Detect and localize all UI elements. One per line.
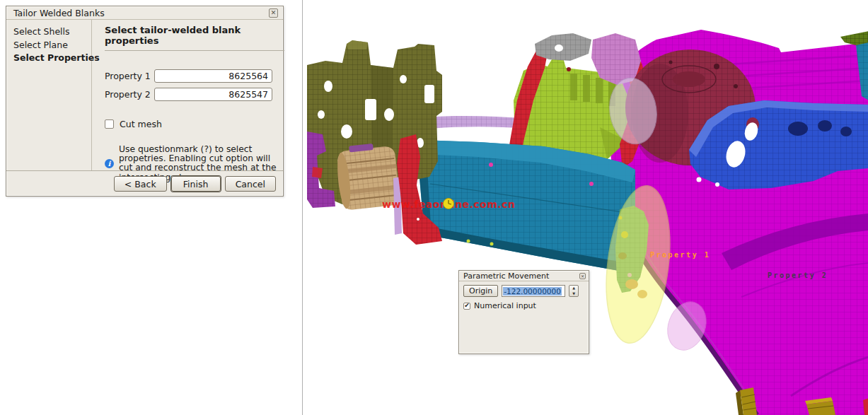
step-select-shells: Select Shells: [13, 25, 91, 39]
property1-field-label: Property 1: [105, 71, 154, 81]
wizard-steps: Select Shells Select Plane Select Proper…: [6, 20, 92, 170]
property1-label: Property 1: [650, 251, 710, 259]
gray-bracket-part: [535, 33, 591, 61]
step-select-plane: Select Plane: [13, 39, 91, 52]
back-button[interactable]: < Back: [114, 176, 167, 192]
check-icon: ✔: [464, 303, 470, 309]
selected-text: -122.00000000: [503, 287, 562, 296]
info-icon: i: [105, 159, 114, 168]
green-corner-mesh: [840, 31, 868, 45]
watermark: www.feaonline.com.cn: [382, 199, 515, 211]
parametric-movement-dialog: Parametric Movement ✕ Origin -122.000000…: [458, 270, 589, 354]
property1-input[interactable]: 8625564: [154, 69, 272, 83]
cancel-button[interactable]: Cancel: [225, 176, 276, 192]
finish-button[interactable]: Finish: [171, 176, 221, 192]
property2-label: Property 2: [768, 271, 828, 279]
property2-input[interactable]: 8625547: [154, 88, 272, 101]
property2-field-label: Property 2: [105, 89, 154, 100]
twb-titlebar[interactable]: Tailor Welded Blanks ✕: [6, 6, 283, 20]
pm-titlebar[interactable]: Parametric Movement ✕: [459, 271, 589, 281]
twb-dialog-title: Tailor Welded Blanks: [13, 8, 105, 18]
tailor-welded-blanks-dialog: Tailor Welded Blanks ✕ Select Shells Sel…: [6, 6, 284, 197]
close-icon[interactable]: ✕: [579, 273, 586, 279]
numerical-input-checkbox[interactable]: ✔: [463, 303, 470, 310]
origin-value-input[interactable]: -122.00000000: [502, 285, 565, 297]
cut-mesh-label: Cut mesh: [120, 119, 162, 129]
step-select-properties: Select Properties: [13, 52, 91, 65]
spinner-up-icon[interactable]: ▲: [569, 286, 578, 291]
numerical-input-label: Numerical input: [474, 301, 536, 310]
cut-mesh-checkbox[interactable]: [105, 119, 114, 129]
pm-dialog-title: Parametric Movement: [463, 271, 549, 281]
close-icon[interactable]: ✕: [269, 8, 278, 18]
value-spinner[interactable]: ▲ ▼: [569, 285, 579, 297]
origin-button[interactable]: Origin: [463, 285, 498, 297]
spinner-down-icon[interactable]: ▼: [569, 291, 578, 297]
page-title: Select tailor-welded blank properties: [105, 25, 284, 51]
